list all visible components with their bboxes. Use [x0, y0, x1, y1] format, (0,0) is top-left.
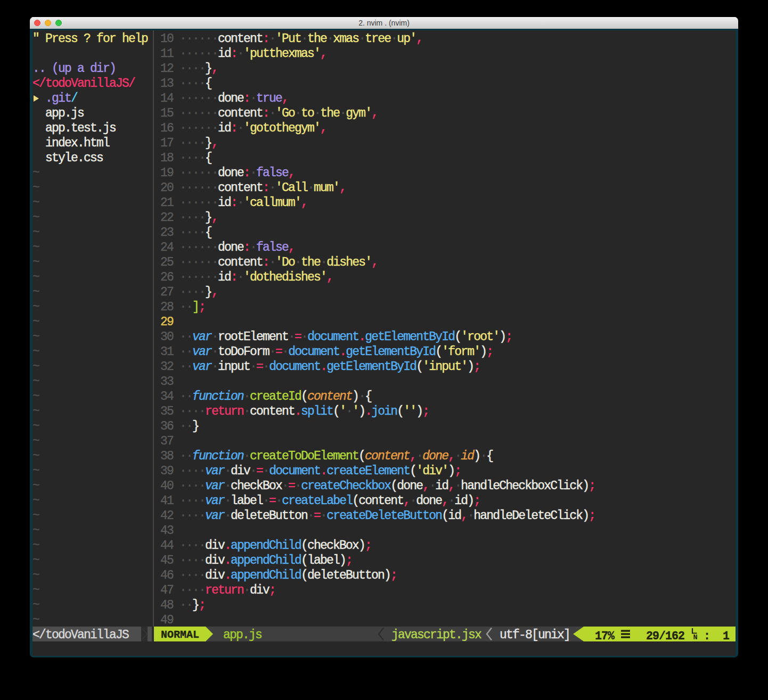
svg-text:N: N — [693, 633, 698, 641]
